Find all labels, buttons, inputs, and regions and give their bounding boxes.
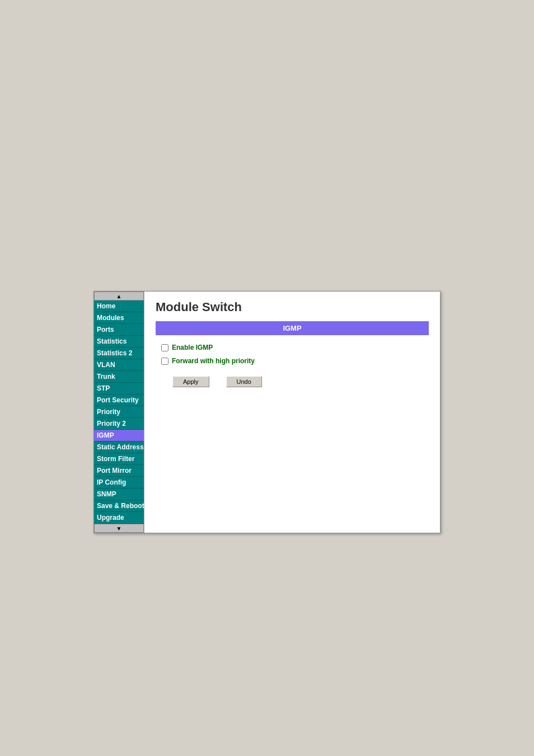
sidebar-item-priority-2[interactable]: Priority 2: [94, 418, 144, 430]
sidebar-item-port-mirror[interactable]: Port Mirror: [94, 465, 144, 477]
enable-igmp-label: Enable IGMP: [172, 344, 213, 351]
sidebar-item-snmp[interactable]: SNMP: [94, 489, 144, 500]
enable-igmp-row: Enable IGMP: [156, 344, 429, 351]
sidebar-item-stp[interactable]: STP: [94, 383, 144, 395]
section-header: IGMP: [156, 321, 429, 335]
page-title: Module Switch: [156, 300, 429, 314]
sidebar-item-ports[interactable]: Ports: [94, 324, 144, 336]
forward-high-priority-row: Forward with high priority: [156, 357, 429, 365]
sidebar-item-trunk[interactable]: Trunk: [94, 371, 144, 383]
apply-button[interactable]: Apply: [172, 376, 209, 387]
sidebar-scroll-up[interactable]: ▲: [94, 292, 144, 300]
app-container: ▲ HomeModulesPortsStatisticsStatistics 2…: [93, 291, 441, 533]
sidebar-item-ip-config[interactable]: IP Config: [94, 477, 144, 489]
sidebar-item-home[interactable]: Home: [94, 300, 144, 312]
enable-igmp-checkbox[interactable]: [161, 344, 168, 351]
sidebar-item-priority[interactable]: Priority: [94, 406, 144, 418]
sidebar-item-port-security[interactable]: Port Security: [94, 395, 144, 406]
sidebar-item-static-address[interactable]: Static Address: [94, 442, 144, 453]
sidebar-item-upgrade[interactable]: Upgrade: [94, 512, 144, 524]
forward-high-priority-label: Forward with high priority: [172, 357, 255, 365]
sidebar-item-save-&-reboot[interactable]: Save & Reboot: [94, 500, 144, 512]
sidebar-item-vlan[interactable]: VLAN: [94, 359, 144, 371]
sidebar: ▲ HomeModulesPortsStatisticsStatistics 2…: [94, 292, 144, 533]
sidebar-item-storm-filter[interactable]: Storm Filter: [94, 453, 144, 465]
sidebar-scroll-down[interactable]: ▼: [94, 524, 144, 533]
scroll-up-icon: ▲: [116, 293, 122, 299]
sidebar-item-modules[interactable]: Modules: [94, 312, 144, 324]
button-row: Apply Undo: [156, 376, 429, 387]
forward-high-priority-checkbox[interactable]: [161, 358, 168, 365]
main-content: Module Switch IGMP Enable IGMP Forward w…: [144, 292, 440, 533]
scroll-down-icon: ▼: [116, 525, 122, 532]
sidebar-item-statistics[interactable]: Statistics: [94, 336, 144, 348]
sidebar-item-statistics-2[interactable]: Statistics 2: [94, 348, 144, 359]
undo-button[interactable]: Undo: [226, 376, 262, 387]
sidebar-item-igmp[interactable]: IGMP: [94, 430, 144, 442]
